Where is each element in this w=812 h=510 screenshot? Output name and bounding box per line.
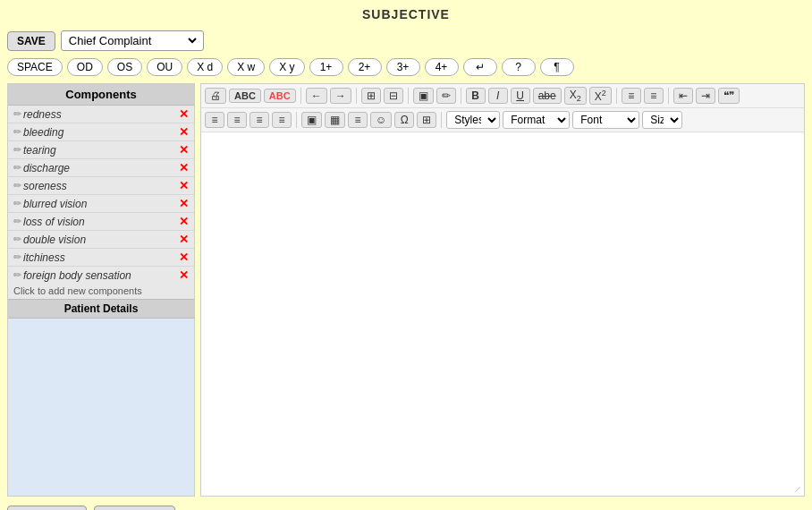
editor-content-area[interactable] — [201, 132, 804, 482]
item-label: itchiness — [23, 251, 177, 264]
list-item[interactable]: ✏ bleeding ✕ — [8, 123, 194, 141]
chief-complaint-dropdown[interactable]: Chief Complaint History Review of System… — [61, 30, 204, 51]
pencil-icon: ✏ — [13, 180, 21, 191]
align-left-button[interactable]: ≡ — [205, 112, 224, 128]
remove-button[interactable]: ✕ — [179, 197, 189, 210]
list-item[interactable]: ✏ blurred vision ✕ — [8, 195, 194, 213]
add-buttons-button[interactable]: Add Buttons — [94, 506, 175, 510]
1plus-button[interactable]: 1+ — [309, 58, 343, 76]
superscript-button[interactable]: X2 — [589, 87, 612, 105]
remove-button[interactable]: ✕ — [179, 143, 189, 157]
align-center-button[interactable]: ≡ — [227, 112, 247, 128]
pencil-icon: ✏ — [13, 234, 21, 245]
patient-details-area — [8, 319, 194, 496]
spellcheck-button[interactable]: ABC — [229, 89, 261, 103]
space-button[interactable]: SPACE — [7, 58, 63, 76]
blockquote-button[interactable]: ❝❞ — [718, 88, 740, 104]
xw-button[interactable]: X w — [227, 58, 265, 76]
align-right-button[interactable]: ≡ — [250, 112, 269, 128]
xy-button[interactable]: X y — [269, 58, 304, 76]
outdent-button[interactable]: ⇥ — [696, 88, 715, 104]
separator — [300, 88, 301, 104]
remove-button[interactable]: ✕ — [179, 233, 189, 246]
personalize-button[interactable]: Personalize — [7, 506, 87, 510]
4plus-button[interactable]: 4+ — [425, 58, 459, 76]
list-item[interactable]: ✏ soreness ✕ — [8, 177, 194, 195]
list-item[interactable]: ✏ discharge ✕ — [8, 159, 194, 177]
list-item[interactable]: ✏ itchiness ✕ — [8, 249, 194, 267]
undo-button[interactable]: ← — [306, 88, 327, 104]
editor-toolbar-row1: 🖨 ABC ABC ← → ⊞ ⊟ ▣ ✏ B I U abe X2 X2 ≡ … — [201, 84, 804, 108]
main-content: Components ✏ redness ✕ ✏ bleeding ✕ ✏ te… — [0, 80, 812, 500]
styles-select[interactable]: Styles — [446, 111, 500, 129]
list-item[interactable]: ✏ redness ✕ — [8, 106, 194, 123]
strikethrough-button[interactable]: abe — [533, 88, 562, 104]
list-item[interactable]: ✏ tearing ✕ — [8, 141, 194, 159]
od-button[interactable]: OD — [67, 58, 103, 76]
horizontal-rule-button[interactable]: ≡ — [348, 112, 368, 128]
list-item[interactable]: ✏ loss of vision ✕ — [8, 213, 194, 231]
help-button[interactable]: ? — [502, 58, 536, 76]
separator — [668, 88, 669, 104]
xd-button[interactable]: X d — [187, 58, 223, 76]
2plus-button[interactable]: 2+ — [348, 58, 382, 76]
pencil-icon: ✏ — [13, 144, 21, 156]
os-button[interactable]: OS — [107, 58, 142, 76]
remove-button[interactable]: ✕ — [179, 268, 189, 282]
remove-button[interactable]: ✕ — [179, 215, 189, 228]
insert-table-button[interactable]: ⊞ — [361, 88, 381, 104]
separator — [441, 112, 442, 128]
list-item[interactable]: ✏ double vision ✕ — [8, 231, 194, 249]
italic-button[interactable]: I — [488, 88, 508, 104]
size-select[interactable]: Size — [642, 111, 682, 129]
bold-button[interactable]: B — [466, 88, 486, 104]
indent-button[interactable]: ⇤ — [673, 88, 693, 104]
add-components-link[interactable]: Click to add new components — [8, 283, 194, 299]
font-select[interactable]: Font — [572, 111, 639, 129]
subscript-button[interactable]: X2 — [564, 87, 587, 105]
insert-table2-button[interactable]: ⊟ — [384, 88, 403, 104]
separator — [408, 88, 409, 104]
paragraph-button[interactable]: ¶ — [540, 58, 574, 76]
remove-button[interactable]: ✕ — [179, 251, 189, 264]
image-button[interactable]: ▣ — [413, 88, 434, 104]
ordered-list-button[interactable]: ≡ — [622, 88, 641, 104]
iframe-button[interactable]: ⊞ — [417, 112, 436, 128]
separator — [296, 112, 297, 128]
remove-button[interactable]: ✕ — [179, 107, 189, 121]
separator — [461, 88, 461, 104]
emoticon-button[interactable]: ☺ — [370, 112, 392, 128]
item-label: double vision — [23, 234, 177, 246]
dropdown-select-input[interactable]: Chief Complaint History Review of System… — [65, 33, 199, 48]
unordered-list-button[interactable]: ≡ — [644, 88, 664, 104]
remove-button[interactable]: ✕ — [179, 161, 189, 174]
remove-button[interactable]: ✕ — [179, 125, 189, 139]
format-select[interactable]: Format — [503, 111, 570, 129]
return-button[interactable]: ↵ — [463, 58, 497, 76]
pencil-icon: ✏ — [13, 216, 21, 227]
components-list: ✏ redness ✕ ✏ bleeding ✕ ✏ tearing ✕ ✏ d… — [8, 106, 194, 283]
list-item[interactable]: ✏ foreign body sensation ✕ — [8, 267, 194, 283]
resize-handle[interactable]: ⟋ — [791, 482, 804, 496]
3plus-button[interactable]: 3+ — [386, 58, 420, 76]
spellcheck2-button[interactable]: ABC — [264, 89, 296, 103]
draw-button[interactable]: ✏ — [436, 88, 456, 104]
top-bar: SAVE Chief Complaint History Review of S… — [0, 27, 812, 55]
align-justify-button[interactable]: ≡ — [272, 112, 292, 128]
insert-image-button[interactable]: ▣ — [301, 112, 322, 128]
pencil-icon: ✏ — [13, 126, 21, 138]
underline-button[interactable]: U — [511, 88, 530, 104]
editor-panel: 🖨 ABC ABC ← → ⊞ ⊟ ▣ ✏ B I U abe X2 X2 ≡ … — [200, 83, 805, 497]
special-char-button[interactable]: Ω — [394, 112, 414, 128]
editor-toolbar-row2: ≡ ≡ ≡ ≡ ▣ ▦ ≡ ☺ Ω ⊞ Styles Format Font S… — [201, 108, 804, 132]
print-button[interactable]: 🖨 — [205, 88, 226, 104]
item-label: blurred vision — [23, 198, 177, 210]
save-button[interactable]: SAVE — [7, 31, 55, 51]
item-label: redness — [23, 108, 177, 121]
remove-button[interactable]: ✕ — [179, 179, 189, 192]
redo-button[interactable]: → — [330, 88, 351, 104]
insert-table3-button[interactable]: ▦ — [325, 112, 345, 128]
item-label: bleeding — [23, 126, 177, 139]
ou-button[interactable]: OU — [147, 58, 182, 76]
components-header: Components — [8, 84, 194, 106]
